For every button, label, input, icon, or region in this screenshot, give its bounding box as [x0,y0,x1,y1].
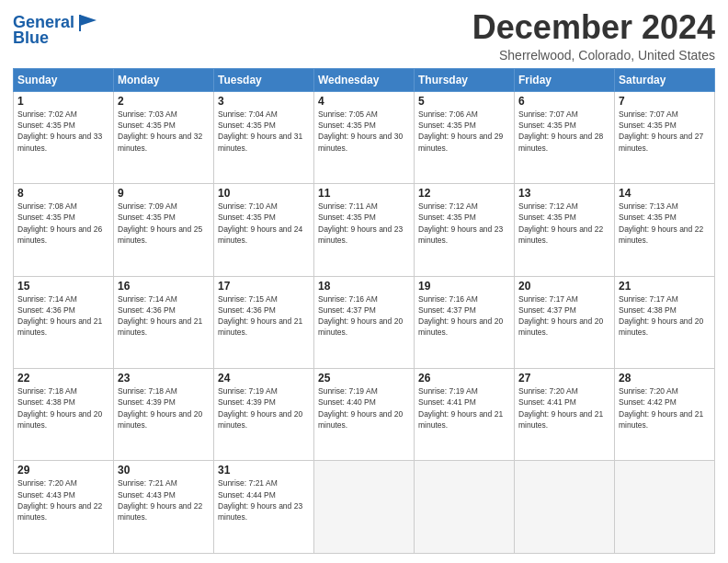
calendar-day-cell: 5Sunrise: 7:06 AMSunset: 4:35 PMDaylight… [415,91,515,183]
calendar-day-cell: 28Sunrise: 7:20 AMSunset: 4:42 PMDayligh… [615,369,715,461]
calendar-day-cell: 22Sunrise: 7:18 AMSunset: 4:38 PMDayligh… [14,369,114,461]
logo: General Blue [13,13,100,48]
day-number: 19 [418,280,510,293]
day-info: Sunrise: 7:14 AMSunset: 4:36 PMDaylight:… [17,293,109,339]
day-number: 28 [619,372,711,385]
calendar-day-cell: 14Sunrise: 7:13 AMSunset: 4:35 PMDayligh… [615,184,715,276]
calendar-day-cell: 26Sunrise: 7:19 AMSunset: 4:41 PMDayligh… [415,369,515,461]
day-info: Sunrise: 7:16 AMSunset: 4:37 PMDaylight:… [418,293,510,339]
day-info: Sunrise: 7:06 AMSunset: 4:35 PMDaylight:… [418,109,510,154]
calendar-day-cell: 31Sunrise: 7:21 AMSunset: 4:44 PMDayligh… [214,461,314,554]
calendar-day-cell: 6Sunrise: 7:07 AMSunset: 4:35 PMDaylight… [515,91,615,183]
day-number: 21 [619,280,711,293]
calendar-day-header: Sunday [14,68,114,91]
day-info: Sunrise: 7:15 AMSunset: 4:36 PMDaylight:… [218,293,310,339]
day-info: Sunrise: 7:19 AMSunset: 4:40 PMDaylight:… [318,385,410,431]
day-number: 25 [318,372,410,385]
logo-flag-icon [76,13,100,33]
day-number: 7 [619,95,711,108]
day-number: 22 [17,372,109,385]
day-number: 9 [118,187,210,200]
calendar-day-cell [415,461,515,554]
calendar-day-cell: 21Sunrise: 7:17 AMSunset: 4:38 PMDayligh… [615,276,715,368]
day-info: Sunrise: 7:05 AMSunset: 4:35 PMDaylight:… [318,109,410,154]
day-number: 8 [17,187,109,200]
day-number: 1 [17,95,109,108]
day-info: Sunrise: 7:17 AMSunset: 4:37 PMDaylight:… [518,293,610,339]
calendar-day-cell: 9Sunrise: 7:09 AMSunset: 4:35 PMDaylight… [114,184,214,276]
calendar-day-cell: 30Sunrise: 7:21 AMSunset: 4:43 PMDayligh… [114,461,214,554]
day-info: Sunrise: 7:20 AMSunset: 4:42 PMDaylight:… [619,385,711,431]
calendar-day-cell: 8Sunrise: 7:08 AMSunset: 4:35 PMDaylight… [14,184,114,276]
calendar-day-cell: 7Sunrise: 7:07 AMSunset: 4:35 PMDaylight… [615,91,715,183]
day-info: Sunrise: 7:20 AMSunset: 4:43 PMDaylight:… [17,477,109,523]
month-title: December 2024 [472,9,715,46]
calendar-day-header: Saturday [615,68,715,91]
calendar-day-cell: 13Sunrise: 7:12 AMSunset: 4:35 PMDayligh… [515,184,615,276]
calendar-day-cell [515,461,615,554]
day-number: 4 [318,95,410,108]
calendar-day-cell: 27Sunrise: 7:20 AMSunset: 4:41 PMDayligh… [515,369,615,461]
calendar-day-cell: 4Sunrise: 7:05 AMSunset: 4:35 PMDaylight… [314,91,415,183]
calendar-day-header: Monday [114,68,214,91]
day-info: Sunrise: 7:04 AMSunset: 4:35 PMDaylight:… [218,109,310,154]
day-number: 29 [17,464,109,477]
svg-marker-0 [80,15,97,26]
calendar-day-cell: 10Sunrise: 7:10 AMSunset: 4:35 PMDayligh… [214,184,314,276]
calendar-day-cell: 20Sunrise: 7:17 AMSunset: 4:37 PMDayligh… [515,276,615,368]
calendar-day-cell: 23Sunrise: 7:18 AMSunset: 4:39 PMDayligh… [114,369,214,461]
day-number: 26 [418,372,510,385]
day-info: Sunrise: 7:02 AMSunset: 4:35 PMDaylight:… [17,109,109,154]
location: Sherrelwood, Colorado, United States [472,48,715,63]
day-info: Sunrise: 7:07 AMSunset: 4:35 PMDaylight:… [518,109,610,154]
calendar-day-cell: 12Sunrise: 7:12 AMSunset: 4:35 PMDayligh… [415,184,515,276]
day-number: 24 [218,372,310,385]
calendar-day-header: Tuesday [214,68,314,91]
day-info: Sunrise: 7:17 AMSunset: 4:38 PMDaylight:… [619,293,711,339]
day-info: Sunrise: 7:20 AMSunset: 4:41 PMDaylight:… [518,385,610,431]
header: General Blue December 2024 Sherrelwood, … [13,9,715,63]
calendar-day-cell: 19Sunrise: 7:16 AMSunset: 4:37 PMDayligh… [415,276,515,368]
day-info: Sunrise: 7:13 AMSunset: 4:35 PMDaylight:… [619,201,711,246]
day-info: Sunrise: 7:12 AMSunset: 4:35 PMDaylight:… [518,201,610,246]
calendar-day-cell: 24Sunrise: 7:19 AMSunset: 4:39 PMDayligh… [214,369,314,461]
day-number: 23 [118,372,210,385]
page: General Blue December 2024 Sherrelwood, … [0,0,728,563]
calendar-table: SundayMondayTuesdayWednesdayThursdayFrid… [13,68,715,554]
calendar-week-row: 1Sunrise: 7:02 AMSunset: 4:35 PMDaylight… [14,91,715,183]
day-number: 13 [518,187,610,200]
day-number: 17 [218,280,310,293]
day-number: 5 [418,95,510,108]
day-info: Sunrise: 7:03 AMSunset: 4:35 PMDaylight:… [118,109,210,154]
day-info: Sunrise: 7:18 AMSunset: 4:39 PMDaylight:… [118,385,210,431]
calendar-day-header: Thursday [415,68,515,91]
calendar-day-cell: 16Sunrise: 7:14 AMSunset: 4:36 PMDayligh… [114,276,214,368]
day-info: Sunrise: 7:16 AMSunset: 4:37 PMDaylight:… [318,293,410,339]
calendar-day-cell: 18Sunrise: 7:16 AMSunset: 4:37 PMDayligh… [314,276,415,368]
calendar-day-header: Friday [515,68,615,91]
day-number: 12 [418,187,510,200]
day-number: 6 [518,95,610,108]
calendar-header-row: SundayMondayTuesdayWednesdayThursdayFrid… [14,68,715,91]
calendar-day-cell: 1Sunrise: 7:02 AMSunset: 4:35 PMDaylight… [14,91,114,183]
calendar-day-cell: 25Sunrise: 7:19 AMSunset: 4:40 PMDayligh… [314,369,415,461]
calendar-day-cell: 29Sunrise: 7:20 AMSunset: 4:43 PMDayligh… [14,461,114,554]
day-info: Sunrise: 7:14 AMSunset: 4:36 PMDaylight:… [118,293,210,339]
day-number: 15 [17,280,109,293]
day-info: Sunrise: 7:08 AMSunset: 4:35 PMDaylight:… [17,201,109,246]
day-info: Sunrise: 7:21 AMSunset: 4:44 PMDaylight:… [218,477,310,523]
calendar-week-row: 15Sunrise: 7:14 AMSunset: 4:36 PMDayligh… [14,276,715,368]
calendar-day-cell: 15Sunrise: 7:14 AMSunset: 4:36 PMDayligh… [14,276,114,368]
day-number: 14 [619,187,711,200]
calendar-day-cell: 2Sunrise: 7:03 AMSunset: 4:35 PMDaylight… [114,91,214,183]
day-info: Sunrise: 7:10 AMSunset: 4:35 PMDaylight:… [218,201,310,246]
calendar-week-row: 8Sunrise: 7:08 AMSunset: 4:35 PMDaylight… [14,184,715,276]
calendar-day-header: Wednesday [314,68,415,91]
day-number: 11 [318,187,410,200]
day-info: Sunrise: 7:21 AMSunset: 4:43 PMDaylight:… [118,477,210,523]
day-number: 18 [318,280,410,293]
calendar-week-row: 22Sunrise: 7:18 AMSunset: 4:38 PMDayligh… [14,369,715,461]
calendar-day-cell [314,461,415,554]
day-number: 20 [518,280,610,293]
day-info: Sunrise: 7:07 AMSunset: 4:35 PMDaylight:… [619,109,711,154]
